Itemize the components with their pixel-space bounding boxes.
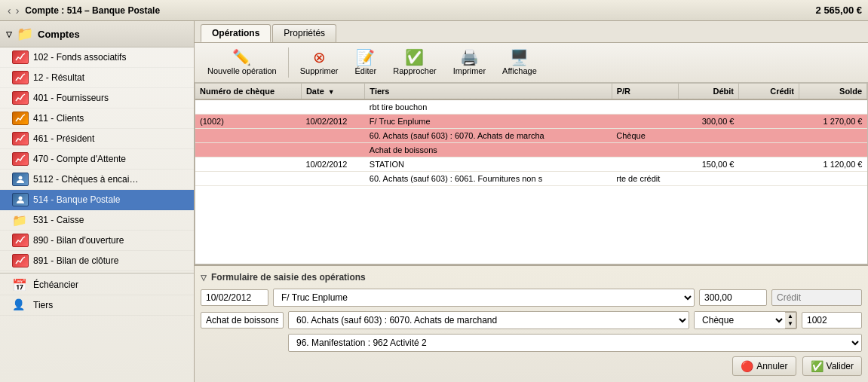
toolbar: ✏️ Nouvelle opération ⊗ Supprimer 📝 Édit… bbox=[195, 43, 868, 83]
col-date[interactable]: Date ▼ bbox=[301, 84, 364, 99]
affichage-button[interactable]: 🖥️ Affichage bbox=[495, 46, 544, 79]
col-solde: Solde bbox=[799, 84, 867, 99]
sidebar-item-label-514: 514 - Banque Postale bbox=[33, 194, 120, 205]
payment-spinner[interactable]: ▲ ▼ bbox=[785, 312, 796, 329]
category2-select[interactable]: 96. Manifestation : 962 Activité 2 bbox=[288, 334, 862, 352]
cell-credit bbox=[739, 143, 799, 157]
amount-input[interactable] bbox=[699, 289, 767, 306]
title-bar: ‹ › Compte : 514 – Banque Postale 2 565,… bbox=[0, 0, 868, 21]
cell-credit bbox=[739, 115, 799, 129]
cell-debit bbox=[679, 129, 739, 143]
sidebar-item-label-102: 102 - Fonds associatifs bbox=[33, 52, 126, 63]
sidebar-item-461[interactable]: 461 - Président bbox=[0, 129, 194, 149]
cell-date bbox=[301, 172, 364, 186]
cell-debit bbox=[679, 172, 739, 186]
table-row[interactable]: Achat de boissons bbox=[195, 143, 867, 157]
col-credit: Crédit bbox=[739, 84, 799, 99]
sidebar-item-411[interactable]: 411 - Clients bbox=[0, 108, 194, 129]
sidebar-toggle[interactable]: ▽ bbox=[6, 30, 12, 38]
title-bar-left: ‹ › Compte : 514 – Banque Postale bbox=[6, 5, 160, 17]
payment-spinner-group: Chèque ▲ ▼ bbox=[694, 311, 797, 329]
transactions-table: Numéro de chèque Date ▼ Tiers P/R Débit … bbox=[195, 84, 867, 186]
table-row[interactable]: 10/02/2012 STATION 150,00 € 1 120,00 € bbox=[195, 157, 867, 172]
spinner-up-icon[interactable]: ▲ bbox=[785, 313, 796, 320]
table-row[interactable]: (1002) 10/02/2012 F/ Truc Enplume 300,00… bbox=[195, 115, 867, 129]
svg-point-1 bbox=[19, 197, 23, 200]
cancel-button[interactable]: 🔴 Annuler bbox=[732, 356, 796, 376]
nav-arrows: ‹ › bbox=[6, 5, 20, 17]
sidebar-item-470[interactable]: 470 - Compte d'Attente bbox=[0, 149, 194, 170]
sidebar: ▽ 📁 Comptes 102 - Fonds associatifs 12 -… bbox=[0, 21, 195, 382]
cell-date: 10/02/2012 bbox=[301, 157, 364, 172]
cell-credit bbox=[739, 129, 799, 143]
sidebar-item-label-401: 401 - Fournisseurs bbox=[33, 93, 109, 103]
affichage-icon: 🖥️ bbox=[510, 50, 529, 65]
validate-label: Valider bbox=[827, 361, 854, 371]
nouvelle-operation-button[interactable]: ✏️ Nouvelle opération bbox=[201, 46, 284, 79]
table-row[interactable]: 60. Achats (sauf 603) : 6061. Fourniture… bbox=[195, 172, 867, 186]
cell-numero bbox=[195, 157, 301, 172]
sidebar-item-label-5112: 5112 - Chèques à encai… bbox=[33, 174, 138, 185]
toolbar-separator-1 bbox=[288, 47, 289, 78]
cancel-icon: 🔴 bbox=[741, 360, 753, 372]
sidebar-item-tiers[interactable]: 👤 Tiers bbox=[0, 295, 194, 316]
rapprocher-icon: ✅ bbox=[405, 50, 424, 65]
sidebar-item-12[interactable]: 12 - Résultat bbox=[0, 68, 194, 88]
cell-solde bbox=[799, 172, 867, 186]
cell-date bbox=[301, 129, 364, 143]
supprimer-icon: ⊗ bbox=[313, 50, 326, 65]
sidebar-item-401[interactable]: 401 - Fournisseurs bbox=[0, 88, 194, 108]
sidebar-item-514[interactable]: 514 - Banque Postale bbox=[0, 190, 194, 210]
payment-select[interactable]: Chèque bbox=[695, 312, 785, 329]
editer-label: Éditer bbox=[354, 66, 376, 75]
description-input[interactable] bbox=[201, 312, 284, 329]
cell-pr: Chèque bbox=[612, 129, 678, 143]
form-row-3: 96. Manifestation : 962 Activité 2 bbox=[288, 334, 862, 352]
cell-solde bbox=[799, 129, 867, 143]
category1-select[interactable]: 60. Achats (sauf 603) : 6070. Achats de … bbox=[288, 311, 689, 329]
transactions-table-area[interactable]: Numéro de chèque Date ▼ Tiers P/R Débit … bbox=[195, 83, 868, 264]
credit-input[interactable] bbox=[771, 289, 862, 306]
validate-button[interactable]: ✅ Valider bbox=[802, 356, 862, 376]
table-row[interactable]: rbt tire bouchon bbox=[195, 99, 867, 115]
rapprocher-button[interactable]: ✅ Rapprocher bbox=[386, 46, 443, 79]
tiers-select[interactable]: F/ Truc Enplume bbox=[273, 289, 695, 307]
form-title: ▽ Formulaire de saisie des opérations bbox=[201, 272, 862, 283]
sidebar-item-echeancier[interactable]: 📅 Échéancier bbox=[0, 275, 194, 295]
cell-solde bbox=[799, 99, 867, 115]
col-debit: Débit bbox=[679, 84, 739, 99]
sidebar-item-label-411: 411 - Clients bbox=[33, 113, 84, 124]
form-row-1: F/ Truc Enplume bbox=[201, 289, 862, 307]
nav-forward-button[interactable]: › bbox=[14, 5, 21, 17]
sidebar-item-891[interactable]: 891 - Bilan de clôture bbox=[0, 251, 194, 271]
cell-date bbox=[301, 99, 364, 115]
form-toggle[interactable]: ▽ bbox=[201, 274, 207, 282]
sidebar-item-label-890: 890 - Bilan d'ouverture bbox=[33, 235, 124, 246]
sidebar-item-102[interactable]: 102 - Fonds associatifs bbox=[0, 47, 194, 68]
sidebar-header: ▽ 📁 Comptes bbox=[0, 21, 194, 47]
col-tiers: Tiers bbox=[365, 84, 612, 99]
sidebar-item-5112[interactable]: 5112 - Chèques à encai… bbox=[0, 170, 194, 190]
cell-debit bbox=[679, 99, 739, 115]
cheque-input[interactable] bbox=[802, 312, 862, 329]
cell-numero bbox=[195, 172, 301, 186]
nav-back-button[interactable]: ‹ bbox=[6, 5, 13, 17]
cell-pr bbox=[612, 143, 678, 157]
imprimer-button[interactable]: 🖨️ Imprimer bbox=[446, 46, 492, 79]
cell-debit: 300,00 € bbox=[679, 115, 739, 129]
form-bottom-row: 🔴 Annuler ✅ Valider bbox=[201, 356, 862, 376]
supprimer-button[interactable]: ⊗ Supprimer bbox=[293, 46, 345, 79]
form-title-text: Formulaire de saisie des opérations bbox=[211, 272, 366, 283]
cell-numero: (1002) bbox=[195, 115, 301, 129]
spinner-down-icon[interactable]: ▼ bbox=[785, 320, 796, 328]
date-input[interactable] bbox=[201, 289, 268, 306]
sidebar-item-890[interactable]: 890 - Bilan d'ouverture bbox=[0, 231, 194, 251]
sidebar-item-531[interactable]: 📁 531 - Caisse bbox=[0, 210, 194, 231]
tab-operations[interactable]: Opérations bbox=[201, 24, 271, 42]
cell-credit bbox=[739, 99, 799, 115]
imprimer-icon: 🖨️ bbox=[460, 50, 479, 65]
editer-button[interactable]: 📝 Éditer bbox=[348, 46, 383, 79]
content-area: Opérations Propriétés ✏️ Nouvelle opérat… bbox=[195, 21, 868, 382]
tab-proprietes[interactable]: Propriétés bbox=[272, 24, 336, 42]
table-row[interactable]: 60. Achats (sauf 603) : 6070. Achats de … bbox=[195, 129, 867, 143]
